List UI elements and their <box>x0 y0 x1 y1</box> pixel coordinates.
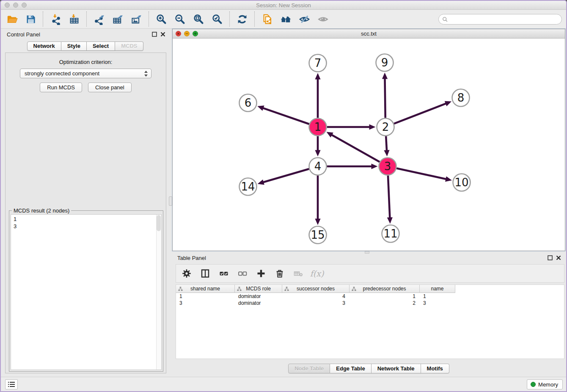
deselect-all-icon <box>237 268 248 279</box>
tab-select[interactable]: Select <box>87 41 115 51</box>
zoom-selected-button[interactable] <box>209 11 225 27</box>
tab-motifs[interactable]: Motifs <box>421 364 449 373</box>
column-header-shared-name[interactable]: shared name <box>176 285 235 293</box>
mcds-result-group: MCDS result (2 nodes) 1 3 <box>9 210 163 372</box>
export-image-button[interactable] <box>129 11 144 27</box>
import-network-button[interactable] <box>48 11 63 27</box>
table-cell[interactable]: 1 <box>420 293 455 300</box>
mcds-panel-body: Optimization criterion: strongly connect… <box>5 52 166 373</box>
column-header-MCDS-role[interactable]: MCDS role <box>235 285 282 293</box>
graph-node-label-14: 14 <box>241 180 255 193</box>
vertical-splitter-handle[interactable] <box>169 196 172 206</box>
new-network-from-selection-button[interactable] <box>259 11 275 27</box>
graph-node-label-1: 1 <box>314 121 322 133</box>
table-cell[interactable]: 4 <box>282 293 350 300</box>
hide-selected-button[interactable] <box>297 11 312 27</box>
function-builder-icon: f(x) <box>310 269 324 278</box>
graph-edge-arrowhead <box>445 176 452 182</box>
refresh-layout-button[interactable] <box>234 11 250 27</box>
gear-button[interactable] <box>180 267 193 280</box>
open-session-button[interactable] <box>4 11 19 27</box>
zoom-out-button[interactable] <box>172 11 187 27</box>
export-table-icon <box>112 14 124 25</box>
table-cell[interactable]: 3 <box>282 300 350 306</box>
graph-node-label-3: 3 <box>384 160 391 173</box>
tab-mcds[interactable]: MCDS <box>115 41 143 51</box>
zoom-fit-icon <box>193 14 204 25</box>
graph-node-label-2: 2 <box>382 121 389 133</box>
tab-style[interactable]: Style <box>61 41 87 51</box>
table-cell[interactable]: 1 <box>350 293 420 300</box>
column-header-predecessor-nodes[interactable]: predecessor nodes <box>350 285 420 293</box>
add-column-button[interactable] <box>255 267 267 280</box>
search-input[interactable] <box>448 15 561 24</box>
zoom-fit-button[interactable] <box>191 11 206 27</box>
column-header-label: MCDS role <box>246 286 271 292</box>
column-header-label: name <box>431 286 443 292</box>
tab-edge-table[interactable]: Edge Table <box>330 364 371 373</box>
task-history-button[interactable] <box>5 379 18 389</box>
column-type-icon <box>352 287 356 291</box>
table-cell[interactable]: dominator <box>235 293 282 300</box>
network-canvas[interactable]: 7968124314101511 <box>173 39 565 251</box>
table-cell[interactable]: dominator <box>235 300 282 306</box>
table-row[interactable]: 3dominator323 <box>176 300 564 306</box>
graph-edge-2-3[interactable] <box>386 136 387 151</box>
optimization-criterion-select[interactable]: strongly connected component <box>20 69 151 78</box>
import-table-icon <box>69 14 80 25</box>
window-title: Session: New Session <box>1 2 566 8</box>
close-table-panel-icon[interactable] <box>556 255 561 260</box>
node-table[interactable]: shared nameMCDS rolesuccessor nodesprede… <box>176 284 564 359</box>
export-network-icon <box>94 14 105 25</box>
zoom-in-button[interactable] <box>154 11 169 27</box>
column-header-successor-nodes[interactable]: successor nodes <box>282 285 350 293</box>
show-all-icon <box>317 14 329 25</box>
table-cell[interactable]: 3 <box>176 300 235 306</box>
import-table-button[interactable] <box>66 11 82 27</box>
graph-edge-4-14[interactable] <box>263 169 309 182</box>
table-cell[interactable]: 3 <box>420 300 455 306</box>
first-neighbors-button[interactable] <box>278 11 293 27</box>
result-scrollbar[interactable] <box>156 215 161 370</box>
optimization-criterion-label: Optimization criterion: <box>6 59 166 65</box>
search-box[interactable] <box>438 14 562 25</box>
graph-edge-2-9[interactable] <box>385 78 385 118</box>
float-table-panel-icon[interactable] <box>548 255 553 260</box>
delete-column-button[interactable] <box>273 267 286 280</box>
tab-network[interactable]: Network <box>27 41 61 51</box>
close-panel-icon[interactable] <box>160 32 165 37</box>
graph-edge-3-11[interactable] <box>388 175 390 218</box>
export-table-button[interactable] <box>110 11 125 27</box>
status-bar: Memory <box>1 377 566 391</box>
new-network-from-selection-icon <box>261 14 273 25</box>
table-cell[interactable]: 2 <box>350 300 420 306</box>
columns-icon <box>200 268 210 279</box>
column-header-name[interactable]: name <box>420 285 455 293</box>
deselect-all-button[interactable] <box>236 267 249 280</box>
graph-edge-3-10[interactable] <box>396 168 446 179</box>
graph-edge-1-6[interactable] <box>262 108 309 124</box>
graph-edge-arrowhead <box>369 124 376 130</box>
import-network-icon <box>50 14 61 25</box>
close-panel-button[interactable]: Close panel <box>88 83 132 92</box>
toolbar-separator <box>229 11 230 27</box>
memory-button[interactable]: Memory <box>527 379 563 389</box>
graph-edge-arrowhead <box>384 150 389 156</box>
column-header-label: predecessor nodes <box>363 286 406 292</box>
graph-edge-3-1[interactable] <box>331 135 380 162</box>
columns-button[interactable] <box>199 267 212 280</box>
delete-table-icon <box>293 268 303 279</box>
select-all-button[interactable] <box>217 267 230 280</box>
tab-network-table[interactable]: Network Table <box>372 364 421 373</box>
table-tabs: Node TableEdge TableNetwork TableMotifs <box>172 364 565 373</box>
export-network-button[interactable] <box>91 11 107 27</box>
float-panel-icon[interactable] <box>152 32 157 37</box>
tab-node-table[interactable]: Node Table <box>288 364 330 373</box>
mcds-result-area[interactable]: 1 3 <box>11 214 162 370</box>
toolbar-separator <box>43 11 43 27</box>
table-cell[interactable]: 1 <box>176 293 235 300</box>
graph-edge-2-8[interactable] <box>394 103 446 124</box>
save-session-button[interactable] <box>23 11 38 27</box>
table-row[interactable]: 1dominator411 <box>176 293 564 300</box>
run-mcds-button[interactable]: Run MCDS <box>40 83 82 92</box>
